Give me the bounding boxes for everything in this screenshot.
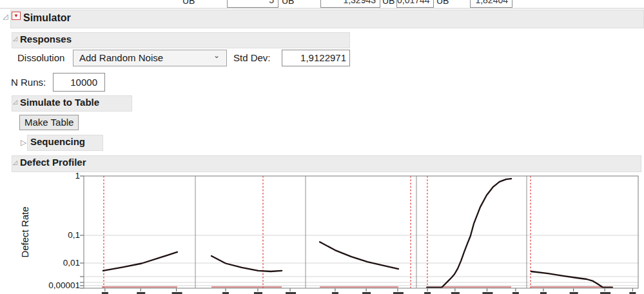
disclosure-open-icon[interactable]: ◿	[13, 160, 17, 166]
plot-frame	[84, 176, 638, 288]
noise-dropdown[interactable]: Add Random Noise ⌄	[73, 50, 227, 66]
jmp-simulator-window: UB 5 UB 1,32943 UB 0,01744 UB 1,82404 ◿ …	[0, 0, 644, 294]
chevron-down-icon: ⌄	[213, 51, 220, 60]
defect-rate-curve	[211, 256, 282, 271]
ub-label: UB	[436, 0, 449, 6]
responses-title: Responses	[20, 34, 72, 44]
ub-field-4[interactable]: 1,82404	[470, 0, 512, 8]
defect-profiler-title: Defect Profiler	[20, 157, 86, 168]
noise-dropdown-value: Add Random Noise	[79, 52, 163, 63]
simulator-title: Simulator	[23, 12, 71, 24]
simulate-to-table-title: Simulate to Table	[20, 97, 99, 108]
ub-label: UB	[182, 0, 195, 6]
defect-profiler-header[interactable]	[12, 155, 641, 172]
disclosure-open-icon[interactable]: ◿	[13, 36, 17, 42]
divider	[0, 8, 644, 9]
n-runs-label: N Runs:	[11, 77, 46, 88]
sequencing-title: Sequencing	[30, 136, 85, 147]
simulator-header[interactable]	[10, 10, 644, 28]
make-table-button[interactable]: Make Table	[19, 115, 79, 130]
disclosure-open-icon[interactable]: ◿	[3, 13, 8, 20]
ub-field-1[interactable]: 5	[227, 0, 278, 8]
disclosure-closed-icon[interactable]: ▷	[21, 139, 26, 146]
defect-rate-curve	[320, 242, 398, 269]
defect-rate-curve	[103, 252, 177, 271]
ub-label: UB	[282, 0, 294, 6]
std-dev-label: Std Dev:	[233, 52, 271, 63]
std-dev-input[interactable]: 1,9122971	[282, 50, 350, 66]
dissolution-label: Dissolution	[17, 52, 64, 63]
defect-rate-curve	[427, 179, 511, 288]
defect-rate-curve	[531, 271, 612, 288]
n-runs-input[interactable]: 10000	[53, 73, 105, 92]
ub-field-3[interactable]: 0,01744	[396, 0, 434, 8]
ub-field-2[interactable]: 1,32943	[320, 0, 380, 8]
ub-label: UB	[382, 0, 395, 6]
defect-profiler-plot[interactable]	[0, 172, 644, 294]
red-triangle-menu-icon[interactable]: ▼	[12, 12, 21, 20]
disclosure-open-icon[interactable]: ◿	[13, 99, 17, 105]
